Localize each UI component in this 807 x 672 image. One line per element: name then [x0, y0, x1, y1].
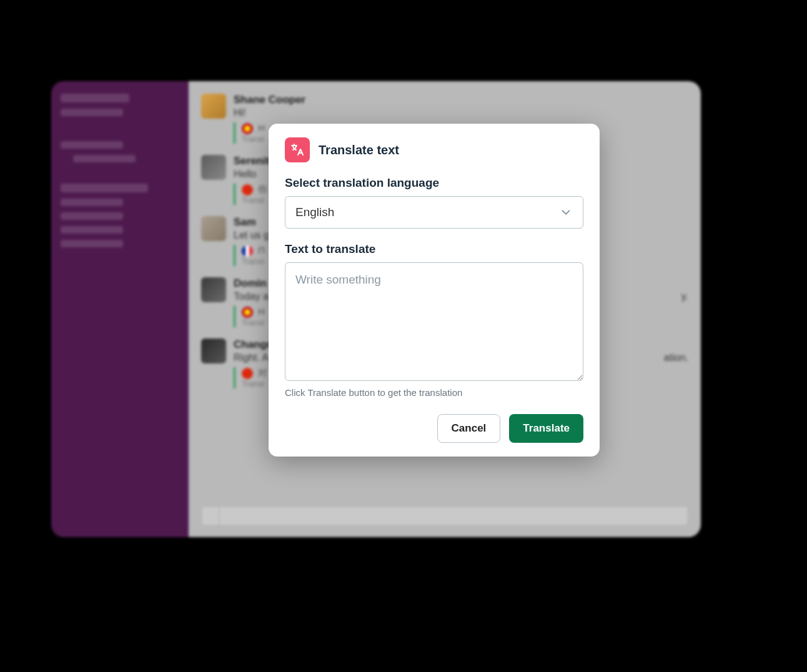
- compose-action-icon[interactable]: [202, 506, 219, 525]
- translate-icon: [290, 142, 305, 157]
- message-text: Hi!: [234, 107, 688, 119]
- text-input-label: Text to translate: [285, 242, 583, 256]
- message-author: Shane Cooper: [234, 94, 688, 106]
- chevron-down-icon: [559, 205, 573, 219]
- sidebar-placeholder: [73, 155, 136, 162]
- translate-app-icon: [285, 137, 310, 162]
- sidebar-placeholder: [61, 94, 129, 102]
- avatar: [201, 277, 226, 302]
- translation-preview: 你: [258, 184, 267, 194]
- translation-preview: H: [258, 122, 265, 133]
- sidebar-placeholder: [61, 199, 123, 206]
- language-select-label: Select translation language: [285, 176, 583, 190]
- translation-preview: H: [258, 306, 265, 317]
- language-select-value: English: [295, 205, 334, 219]
- avatar: [201, 155, 226, 180]
- modal-title: Translate text: [319, 143, 399, 157]
- sidebar-placeholder: [61, 226, 123, 234]
- sidebar-placeholder: [61, 141, 123, 149]
- translation-preview: П: [258, 245, 265, 255]
- language-select[interactable]: English: [285, 196, 583, 229]
- modal-header: Translate text: [285, 137, 583, 162]
- cancel-button[interactable]: Cancel: [437, 414, 501, 443]
- flag-icon: [242, 368, 253, 379]
- modal-footer: Cancel Translate: [285, 414, 583, 443]
- sidebar-placeholder: [61, 184, 148, 192]
- avatar: [201, 216, 226, 241]
- translate-modal: Translate text Select translation langua…: [269, 124, 600, 457]
- sidebar: [51, 81, 189, 537]
- flag-icon: [242, 245, 253, 257]
- flag-icon: [242, 184, 253, 195]
- flag-icon: [242, 123, 253, 134]
- avatar: [201, 338, 226, 363]
- help-text: Click Translate button to get the transl…: [285, 387, 583, 398]
- translation-preview: 对: [258, 367, 267, 378]
- translate-button[interactable]: Translate: [509, 414, 583, 443]
- avatar: [201, 94, 226, 119]
- sidebar-placeholder: [61, 212, 123, 220]
- compose-input[interactable]: [201, 506, 688, 526]
- sidebar-placeholder: [61, 109, 123, 116]
- text-to-translate-input[interactable]: [285, 262, 583, 381]
- sidebar-placeholder: [61, 240, 123, 247]
- flag-icon: [242, 307, 253, 318]
